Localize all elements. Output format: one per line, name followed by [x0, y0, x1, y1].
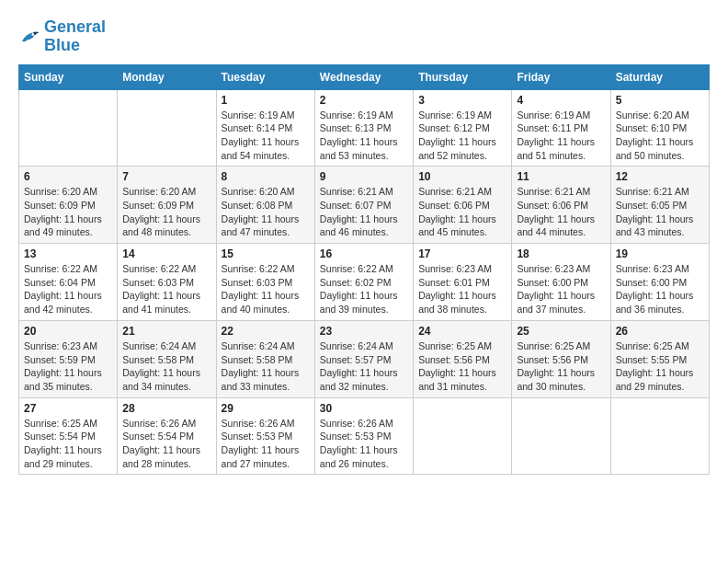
day-number: 23 — [320, 325, 408, 338]
calendar-cell — [414, 397, 512, 475]
calendar-cell: 19Sunrise: 6:23 AM Sunset: 6:00 PM Dayli… — [610, 244, 709, 321]
calendar-cell: 17Sunrise: 6:23 AM Sunset: 6:01 PM Dayli… — [414, 244, 512, 321]
calendar-cell: 13Sunrise: 6:22 AM Sunset: 6:04 PM Dayli… — [19, 244, 118, 321]
day-number: 6 — [24, 170, 112, 183]
calendar-cell: 8Sunrise: 6:20 AM Sunset: 6:08 PM Daylig… — [216, 167, 314, 244]
calendar-cell: 4Sunrise: 6:19 AM Sunset: 6:11 PM Daylig… — [512, 89, 610, 167]
day-number: 28 — [122, 402, 210, 415]
day-info: Sunrise: 6:24 AM Sunset: 5:57 PM Dayligh… — [320, 339, 408, 394]
calendar-cell: 23Sunrise: 6:24 AM Sunset: 5:57 PM Dayli… — [314, 320, 413, 397]
calendar-cell — [118, 89, 216, 167]
calendar-cell: 22Sunrise: 6:24 AM Sunset: 5:58 PM Dayli… — [216, 320, 314, 397]
calendar-cell: 18Sunrise: 6:23 AM Sunset: 6:00 PM Dayli… — [512, 244, 610, 321]
day-number: 13 — [24, 247, 112, 260]
day-info: Sunrise: 6:26 AM Sunset: 5:53 PM Dayligh… — [320, 417, 408, 471]
day-number: 18 — [517, 247, 605, 260]
calendar-cell: 20Sunrise: 6:23 AM Sunset: 5:59 PM Dayli… — [19, 320, 118, 397]
day-info: Sunrise: 6:20 AM Sunset: 6:10 PM Dayligh… — [616, 109, 704, 163]
day-info: Sunrise: 6:24 AM Sunset: 5:58 PM Dayligh… — [222, 339, 310, 394]
calendar-cell: 3Sunrise: 6:19 AM Sunset: 6:12 PM Daylig… — [414, 89, 512, 167]
day-info: Sunrise: 6:22 AM Sunset: 6:03 PM Dayligh… — [222, 262, 310, 316]
day-number: 22 — [222, 325, 310, 338]
day-info: Sunrise: 6:25 AM Sunset: 5:54 PM Dayligh… — [24, 417, 112, 471]
calendar-header-row: SundayMondayTuesdayWednesdayThursdayFrid… — [19, 64, 710, 89]
day-info: Sunrise: 6:22 AM Sunset: 6:02 PM Dayligh… — [320, 262, 408, 316]
calendar-cell — [610, 397, 709, 475]
header-monday: Monday — [118, 64, 216, 89]
day-number: 1 — [222, 94, 310, 107]
day-number: 8 — [222, 170, 310, 183]
calendar-cell — [512, 397, 610, 475]
day-info: Sunrise: 6:23 AM Sunset: 6:00 PM Dayligh… — [517, 262, 605, 316]
day-info: Sunrise: 6:19 AM Sunset: 6:13 PM Dayligh… — [320, 109, 408, 163]
day-info: Sunrise: 6:19 AM Sunset: 6:14 PM Dayligh… — [222, 109, 310, 163]
calendar-cell: 12Sunrise: 6:21 AM Sunset: 6:05 PM Dayli… — [610, 167, 709, 244]
day-info: Sunrise: 6:25 AM Sunset: 5:56 PM Dayligh… — [517, 339, 605, 394]
day-info: Sunrise: 6:21 AM Sunset: 6:07 PM Dayligh… — [320, 185, 408, 239]
day-info: Sunrise: 6:21 AM Sunset: 6:05 PM Dayligh… — [616, 185, 704, 239]
day-info: Sunrise: 6:19 AM Sunset: 6:11 PM Dayligh… — [517, 109, 605, 163]
calendar-cell: 29Sunrise: 6:26 AM Sunset: 5:53 PM Dayli… — [216, 397, 314, 475]
calendar-cell: 27Sunrise: 6:25 AM Sunset: 5:54 PM Dayli… — [19, 397, 118, 475]
header-saturday: Saturday — [610, 64, 709, 89]
day-number: 16 — [320, 247, 408, 260]
day-number: 14 — [122, 247, 210, 260]
calendar-table: SundayMondayTuesdayWednesdayThursdayFrid… — [18, 64, 710, 476]
calendar-cell: 6Sunrise: 6:20 AM Sunset: 6:09 PM Daylig… — [19, 167, 118, 244]
day-number: 11 — [517, 170, 605, 183]
day-info: Sunrise: 6:22 AM Sunset: 6:04 PM Dayligh… — [24, 262, 112, 316]
day-info: Sunrise: 6:20 AM Sunset: 6:09 PM Dayligh… — [122, 185, 210, 239]
calendar-cell: 24Sunrise: 6:25 AM Sunset: 5:56 PM Dayli… — [414, 320, 512, 397]
day-number: 29 — [222, 402, 310, 415]
day-info: Sunrise: 6:20 AM Sunset: 6:09 PM Dayligh… — [24, 185, 112, 239]
calendar-cell: 28Sunrise: 6:26 AM Sunset: 5:54 PM Dayli… — [118, 397, 216, 475]
day-info: Sunrise: 6:23 AM Sunset: 5:59 PM Dayligh… — [24, 339, 112, 394]
day-number: 12 — [616, 170, 704, 183]
day-info: Sunrise: 6:26 AM Sunset: 5:54 PM Dayligh… — [122, 417, 210, 471]
calendar-cell: 25Sunrise: 6:25 AM Sunset: 5:56 PM Dayli… — [512, 320, 610, 397]
week-row-4: 20Sunrise: 6:23 AM Sunset: 5:59 PM Dayli… — [19, 320, 710, 397]
logo-icon — [18, 28, 40, 46]
day-number: 19 — [616, 247, 704, 260]
calendar-cell: 26Sunrise: 6:25 AM Sunset: 5:55 PM Dayli… — [610, 320, 709, 397]
week-row-3: 13Sunrise: 6:22 AM Sunset: 6:04 PM Dayli… — [19, 244, 710, 321]
logo: General Blue — [18, 18, 106, 55]
calendar-cell: 1Sunrise: 6:19 AM Sunset: 6:14 PM Daylig… — [216, 89, 314, 167]
day-info: Sunrise: 6:19 AM Sunset: 6:12 PM Dayligh… — [418, 109, 506, 163]
day-info: Sunrise: 6:25 AM Sunset: 5:55 PM Dayligh… — [616, 339, 704, 394]
calendar-cell: 9Sunrise: 6:21 AM Sunset: 6:07 PM Daylig… — [314, 167, 413, 244]
calendar-cell: 5Sunrise: 6:20 AM Sunset: 6:10 PM Daylig… — [610, 89, 709, 167]
day-info: Sunrise: 6:23 AM Sunset: 6:00 PM Dayligh… — [616, 262, 704, 316]
calendar-cell — [19, 89, 118, 167]
header-tuesday: Tuesday — [216, 64, 314, 89]
calendar-cell: 14Sunrise: 6:22 AM Sunset: 6:03 PM Dayli… — [118, 244, 216, 321]
day-number: 26 — [616, 325, 704, 338]
day-number: 17 — [418, 247, 506, 260]
day-number: 3 — [418, 94, 506, 107]
day-number: 27 — [24, 402, 112, 415]
week-row-2: 6Sunrise: 6:20 AM Sunset: 6:09 PM Daylig… — [19, 167, 710, 244]
calendar-cell: 21Sunrise: 6:24 AM Sunset: 5:58 PM Dayli… — [118, 320, 216, 397]
day-number: 9 — [320, 170, 408, 183]
day-info: Sunrise: 6:20 AM Sunset: 6:08 PM Dayligh… — [222, 185, 310, 239]
day-number: 15 — [222, 247, 310, 260]
day-number: 25 — [517, 325, 605, 338]
day-number: 4 — [517, 94, 605, 107]
day-info: Sunrise: 6:21 AM Sunset: 6:06 PM Dayligh… — [418, 185, 506, 239]
day-info: Sunrise: 6:21 AM Sunset: 6:06 PM Dayligh… — [517, 185, 605, 239]
day-number: 10 — [418, 170, 506, 183]
page-header: General Blue — [18, 18, 710, 55]
header-thursday: Thursday — [414, 64, 512, 89]
day-info: Sunrise: 6:24 AM Sunset: 5:58 PM Dayligh… — [122, 339, 210, 394]
day-number: 30 — [320, 402, 408, 415]
day-info: Sunrise: 6:26 AM Sunset: 5:53 PM Dayligh… — [222, 417, 310, 471]
header-friday: Friday — [512, 64, 610, 89]
header-wednesday: Wednesday — [314, 64, 413, 89]
calendar-cell: 16Sunrise: 6:22 AM Sunset: 6:02 PM Dayli… — [314, 244, 413, 321]
calendar-cell: 7Sunrise: 6:20 AM Sunset: 6:09 PM Daylig… — [118, 167, 216, 244]
calendar-cell: 15Sunrise: 6:22 AM Sunset: 6:03 PM Dayli… — [216, 244, 314, 321]
day-info: Sunrise: 6:22 AM Sunset: 6:03 PM Dayligh… — [122, 262, 210, 316]
day-number: 5 — [616, 94, 704, 107]
calendar-cell: 30Sunrise: 6:26 AM Sunset: 5:53 PM Dayli… — [314, 397, 413, 475]
calendar-cell: 2Sunrise: 6:19 AM Sunset: 6:13 PM Daylig… — [314, 89, 413, 167]
